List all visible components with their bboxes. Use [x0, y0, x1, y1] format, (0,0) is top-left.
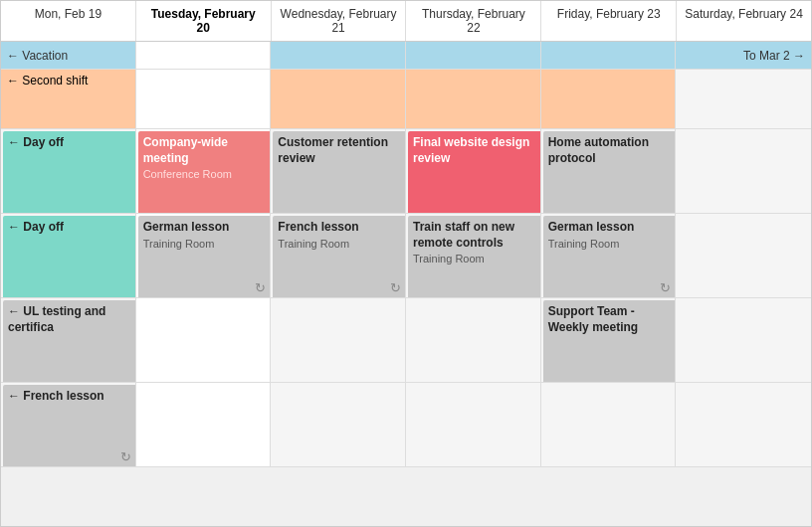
row4-fri: German lesson Training Room ↻: [541, 214, 677, 298]
row3-fri: Home automation protocol: [541, 129, 677, 214]
header-fri: Friday, February 23: [541, 1, 677, 41]
row6-thu: [406, 383, 541, 467]
row5-wed: [271, 298, 406, 383]
second-shift-sat: [676, 70, 811, 129]
row5-mon: ← UL testing and certifica: [1, 298, 136, 383]
ul-testing-title: ← UL testing and certifica: [8, 304, 105, 334]
vacation-thu: [406, 42, 541, 70]
row4-sat: [676, 214, 811, 298]
french-lesson-wed[interactable]: French lesson Training Room ↻: [273, 216, 406, 298]
recur-icon-mon: ↻: [120, 449, 131, 464]
german-lesson-fri-title: German lesson: [548, 220, 635, 234]
row6-wed: [271, 383, 406, 467]
vacation-to-label: To Mar 2 →: [743, 49, 805, 63]
french-lesson-wed-title: French lesson: [278, 220, 358, 234]
recur-icon-tue: ↻: [255, 280, 266, 295]
row3-sat: [676, 129, 811, 214]
second-shift-thu: [406, 70, 541, 129]
company-meeting[interactable]: Company-wide meeting Conference Room: [138, 131, 272, 214]
customer-retention[interactable]: Customer retention review: [273, 131, 406, 214]
french-lesson-wed-location: Training Room: [278, 238, 402, 250]
support-team[interactable]: Support Team - Weekly meeting: [543, 300, 677, 383]
recur-icon-wed: ↻: [390, 280, 401, 295]
customer-retention-title: Customer retention review: [278, 135, 388, 165]
company-meeting-title: Company-wide meeting: [143, 135, 228, 165]
website-design[interactable]: Final website design review: [408, 131, 541, 214]
train-staff-title: Train staff on new remote controls: [413, 220, 514, 250]
row4-tue: German lesson Training Room ↻: [136, 214, 272, 298]
dayoff-2-label: ← Day off: [8, 220, 64, 234]
dayoff-2[interactable]: ← Day off: [3, 216, 136, 298]
row3-thu: Final website design review: [406, 129, 541, 214]
website-design-title: Final website design review: [413, 135, 529, 165]
german-lesson-fri-location: Training Room: [548, 238, 673, 250]
row5-fri: Support Team - Weekly meeting: [541, 298, 677, 383]
german-lesson-tue[interactable]: German lesson Training Room ↻: [138, 216, 272, 298]
german-lesson-fri[interactable]: German lesson Training Room ↻: [543, 216, 677, 298]
row3-mon: ← Day off: [1, 129, 136, 214]
vacation-fri: [541, 42, 677, 70]
row4-wed: French lesson Training Room ↻: [271, 214, 406, 298]
header-wed: Wednesday, February 21: [272, 1, 407, 41]
header-row: Mon, Feb 19 Tuesday, February 20 Wednesd…: [1, 1, 811, 42]
french-lesson-mon[interactable]: ← French lesson ↻: [3, 385, 136, 467]
row5-sat: [676, 298, 811, 383]
vacation-tue: [136, 42, 272, 70]
german-lesson-tue-location: Training Room: [143, 238, 268, 250]
vacation-label: ← Vacation: [7, 49, 68, 63]
vacation-start: ← Vacation: [1, 42, 136, 70]
french-lesson-mon-title: ← French lesson: [8, 389, 104, 403]
second-shift-fri: [541, 70, 677, 129]
header-tue: Tuesday, February 20: [136, 1, 272, 41]
row6-mon: ← French lesson ↻: [1, 383, 136, 467]
vacation-wed: [271, 42, 406, 70]
row6-sat: [676, 383, 811, 467]
dayoff-1[interactable]: ← Day off: [3, 131, 136, 214]
second-shift-tue: [136, 70, 272, 129]
header-thu: Thursday, February 22: [406, 1, 541, 41]
home-automation-title: Home automation protocol: [548, 135, 649, 165]
home-automation[interactable]: Home automation protocol: [543, 131, 677, 214]
row4-thu: Train staff on new remote controls Train…: [406, 214, 541, 298]
second-shift-label: ← Second shift: [7, 74, 88, 88]
row3-tue: Company-wide meeting Conference Room: [136, 129, 272, 214]
dayoff-1-label: ← Day off: [8, 135, 64, 149]
german-lesson-tue-title: German lesson: [143, 220, 230, 234]
second-shift-wed: [271, 70, 406, 129]
calendar-container: Mon, Feb 19 Tuesday, February 20 Wednesd…: [0, 0, 812, 527]
vacation-end: To Mar 2 →: [676, 42, 811, 70]
row5-tue: [136, 298, 272, 383]
header-sat: Saturday, February 24: [677, 1, 811, 41]
calendar-grid: ← Vacation To Mar 2 → ← Second shift ← D…: [1, 42, 811, 526]
row5-thu: [406, 298, 541, 383]
row6-tue: [136, 383, 272, 467]
company-meeting-location: Conference Room: [143, 168, 268, 180]
header-mon: Mon, Feb 19: [1, 1, 136, 41]
row3-wed: Customer retention review: [271, 129, 406, 214]
support-team-title: Support Team - Weekly meeting: [548, 304, 638, 334]
row6-fri: [541, 383, 677, 467]
train-staff-location: Training Room: [413, 253, 537, 264]
train-staff[interactable]: Train staff on new remote controls Train…: [408, 216, 541, 298]
ul-testing[interactable]: ← UL testing and certifica: [3, 300, 136, 383]
row4-mon: ← Day off: [1, 214, 136, 298]
recur-icon-fri: ↻: [660, 280, 671, 295]
second-shift-start: ← Second shift: [1, 70, 136, 129]
